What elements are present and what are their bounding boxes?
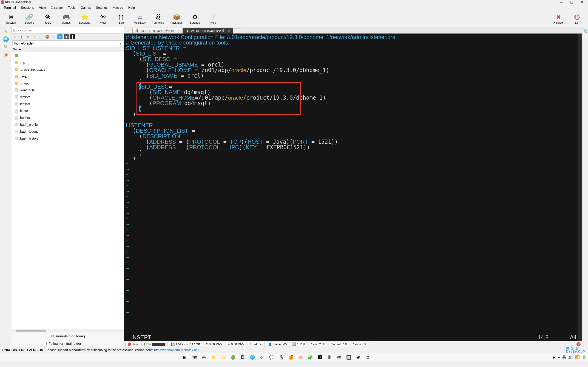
tool-packages[interactable]: 📦Packages <box>167 12 186 26</box>
h-scrollbar[interactable] <box>11 329 124 332</box>
tray-icon-2[interactable]: 英 <box>562 355 566 360</box>
menu-tools[interactable]: Tools <box>66 5 78 10</box>
tray-icon-3[interactable]: 🔊 <box>568 355 573 359</box>
download-icon[interactable]: ⬇ <box>19 34 24 39</box>
tool-games[interactable]: 🎮Games <box>57 12 75 26</box>
tool-split[interactable]: ⫿⫿Split <box>112 12 130 26</box>
taskbar-app-8[interactable]: ✈ <box>258 354 266 361</box>
taskbar-app-10[interactable]: 🐧 <box>277 354 285 361</box>
menu-games[interactable]: Games <box>78 5 93 10</box>
taskbar-app-19[interactable]: ⧉ <box>364 354 372 361</box>
parent-dir[interactable]: .. <box>11 52 124 59</box>
terminal[interactable]: # listener.ora Network Configuration Fil… <box>124 33 578 341</box>
refresh-icon[interactable]: ↻ <box>25 34 30 39</box>
taskbar-app-16[interactable]: yd <box>335 354 343 361</box>
menu-sessions[interactable]: Sessions <box>19 5 36 10</box>
close-button[interactable]: ✕ <box>577 0 587 4</box>
tool-x-server[interactable]: ✖X server <box>549 12 568 26</box>
tool-tools[interactable]: 🛠Tools <box>39 12 57 26</box>
menu-x-server[interactable]: X server <box>49 5 65 10</box>
newfile-icon[interactable]: 📄 <box>38 34 43 39</box>
tool-settings[interactable]: ⚙Settings <box>186 12 204 26</box>
taskbar-app-0[interactable]: ⊞ <box>181 354 189 361</box>
file-.gnupg[interactable]: .gnupg <box>11 80 124 87</box>
menu-settings[interactable]: Settings <box>94 5 110 10</box>
maximize-button[interactable]: ▢ <box>566 0 577 4</box>
taskbar-app-6[interactable]: 🖼 <box>239 354 247 361</box>
file-.Xauthority[interactable]: .Xauthority <box>11 87 124 94</box>
file-.bash_logout[interactable]: .bash_logout <box>11 128 124 135</box>
tray-icon-0[interactable]: ▶ <box>553 355 555 359</box>
follow-terminal-checkbox[interactable] <box>44 342 47 345</box>
new-tab-button[interactable]: + <box>235 28 241 33</box>
file-.bashrc[interactable]: .bashrc <box>11 114 124 121</box>
star-icon[interactable]: ★ <box>3 28 8 34</box>
v-scrollbar[interactable] <box>578 33 582 341</box>
taskbar-app-3[interactable]: 📁 <box>209 354 218 361</box>
taskbar-app-17[interactable]: 🔲 <box>345 354 353 361</box>
file-.kshrc[interactable]: .kshrc <box>11 108 124 114</box>
file-.viminfo[interactable]: .viminfo <box>11 94 124 100</box>
chevron-down-icon[interactable]: ▾ <box>120 42 121 45</box>
menu-help[interactable]: Help <box>126 5 137 10</box>
taskbar-app-5[interactable]: 🟢 <box>229 354 237 361</box>
file-tmp[interactable]: tmp <box>11 59 124 66</box>
minimize-button[interactable]: — <box>556 0 566 4</box>
file-.bash_history[interactable]: .bash_history <box>11 135 124 142</box>
file-.bash_profile[interactable]: .bash_profile <box>11 121 124 128</box>
vim-status-line: -- INSERT --14,8All <box>126 335 576 340</box>
taskbar-app-13[interactable]: 🧩 <box>306 354 314 361</box>
attach-icon[interactable]: 📎 <box>582 27 588 347</box>
remote-monitoring-toggle[interactable]: 🖥 Remote monitoring <box>11 332 124 340</box>
taskbar-app-9[interactable]: 💬 <box>268 354 276 361</box>
newfolder-icon[interactable]: 📁 <box>32 34 37 39</box>
status-close-icon[interactable]: ✕ <box>577 342 581 346</box>
tool-servers[interactable]: 🔗Servers <box>20 12 39 26</box>
file-tree[interactable]: ..tmp.oracle_jre_usage.java.gnupg.Xautho… <box>11 52 124 329</box>
tool-exit[interactable]: ⏻Exit <box>568 12 586 26</box>
globe-icon[interactable]: 🌐 <box>3 36 9 42</box>
taskbar-app-4[interactable]: ✨ <box>219 354 227 361</box>
tray-icon-5[interactable]: 🔋 <box>582 355 587 359</box>
tool-sessions[interactable]: ⭐Sessions <box>75 12 94 26</box>
taskbar-app-11[interactable]: 🍊 <box>287 354 295 361</box>
close-tab-icon[interactable]: ✕ <box>228 29 230 33</box>
upload-icon[interactable]: ⬆ <box>12 34 17 39</box>
edit-icon[interactable]: ✎ <box>51 34 56 39</box>
taskbar-app-2[interactable]: ◎ <box>200 354 208 361</box>
tool-tunneling[interactable]: ⛓Tunneling <box>149 12 167 26</box>
tools-icon[interactable]: ✎ <box>4 44 8 50</box>
taskbar-app-1[interactable]: me <box>190 354 199 361</box>
tray-icon-1[interactable]: ● <box>558 355 560 359</box>
menu-macros[interactable]: Macros <box>110 5 125 10</box>
path-input[interactable]: /home/oracle/ ▾ <box>12 40 123 46</box>
taskbar-app-14[interactable]: 🅱 <box>316 354 324 361</box>
file-icon <box>15 88 18 92</box>
sftp-toolbar: ⬆ ⬇ ↻ 📁 📄 ⛔ ✎ A ■ ▌ <box>11 33 124 40</box>
terminal-icon[interactable]: ▌ <box>70 34 75 39</box>
taskbar-app-15[interactable]: 🖩 <box>325 354 334 361</box>
close-tab-icon[interactable]: ✕ <box>177 29 180 33</box>
macro-icon[interactable]: ◉ <box>4 52 8 58</box>
tool-session[interactable]: 🖥Session <box>2 12 20 26</box>
file-.oracle_jre_usage[interactable]: .oracle_jre_usage <box>11 66 124 73</box>
taskbar-app-12[interactable]: 🌸 <box>296 354 305 361</box>
banner-link[interactable]: https://mobaxterm.mobatek.net <box>154 348 199 352</box>
menu-view[interactable]: View <box>37 5 48 10</box>
session-tab[interactable]: 🐧24. RHEL9 Java开发环境✕ <box>183 28 233 33</box>
tool-multiexec[interactable]: ☰MultiExec <box>130 12 149 26</box>
taskbar-app-7[interactable]: 🌐 <box>248 354 256 361</box>
taskbar-app-18[interactable]: 🖳 <box>354 354 363 361</box>
home-tab[interactable]: ⌂ <box>125 28 132 33</box>
menu-terminal[interactable]: Terminal <box>1 5 18 10</box>
toggle-b-icon[interactable]: ■ <box>64 34 69 39</box>
file-.java[interactable]: .java <box>11 73 124 80</box>
tool-view[interactable]: 👁View <box>94 12 112 26</box>
tool-help[interactable]: ❔Help <box>204 12 222 26</box>
tray-icon-4[interactable]: 📶 <box>575 355 580 359</box>
session-tab[interactable]: 🐧23. RHEL9 Java开发环境✕ <box>132 28 183 33</box>
file-.lesshst[interactable]: .lesshst <box>11 100 124 108</box>
toggle-a-icon[interactable]: A <box>57 34 62 39</box>
quick-connect-input[interactable]: Quick connect... <box>11 27 124 33</box>
delete-icon[interactable]: ⛔ <box>44 34 50 39</box>
